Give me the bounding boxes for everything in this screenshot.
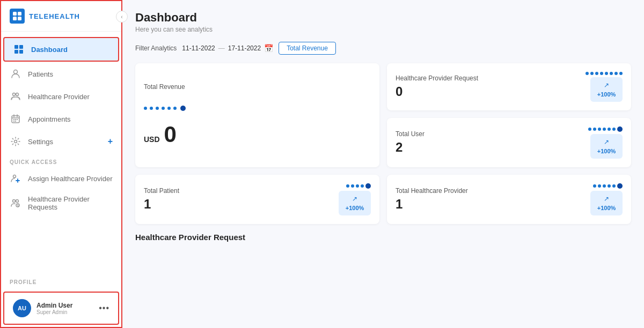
patient-trend-pct: +100% <box>346 205 364 211</box>
page-title: Dashboard <box>135 11 631 25</box>
patient-trend-box: ↗ +100% <box>339 191 371 215</box>
date-range: 11-11-2022 — 17-11-2022 📅 <box>182 44 273 53</box>
collapse-button[interactable]: ‹ <box>116 11 128 23</box>
total-patient-info: Total Patient 1 <box>144 187 331 212</box>
settings-icon <box>10 136 21 147</box>
sidebar-item-label-dashboard: Dashboard <box>31 46 109 54</box>
sidebar-item-healthcare-provider[interactable]: Healthcare Provider <box>1 85 121 108</box>
hp-request-value: 0 <box>396 84 578 99</box>
quick-access-label: QUICK ACCESS <box>1 153 121 167</box>
sidebar-nav: Dashboard Patients <box>1 32 121 273</box>
hp-request-card: Healthcare Provider Request 0 ↗ +100% <box>387 63 631 110</box>
patient-trend-icon: ↗ <box>352 195 357 203</box>
svg-rect-15 <box>13 121 14 122</box>
sidebar-item-label-assign-hp: Assign Healthcare Provider <box>28 175 113 183</box>
total-patient-value: 1 <box>144 197 331 212</box>
total-user-value: 2 <box>396 140 581 155</box>
dashboard-icon <box>13 43 25 55</box>
page-subtitle: Here you can see analytics <box>135 26 631 33</box>
total-user-chart: ↗ +100% <box>588 126 623 159</box>
sidebar-item-assign-hp[interactable]: Assign Healthcare Provider <box>1 167 121 190</box>
svg-rect-1 <box>18 12 21 16</box>
revenue-value: 0 <box>164 122 177 147</box>
svg-rect-3 <box>18 17 21 20</box>
hp-trend-pct: +100% <box>597 91 616 98</box>
hp-bottom-dots <box>593 183 623 189</box>
date-separator: — <box>218 44 225 52</box>
svg-point-20 <box>16 200 19 203</box>
hp-bottom-trend-box: ↗ +100% <box>590 191 623 215</box>
hp-request-chart: ↗ +100% <box>586 72 623 102</box>
bottom-stats-grid: Total Patient 1 ↗ +100% Total Healthcare… <box>135 175 631 224</box>
revenue-dots <box>144 106 186 111</box>
sidebar-item-label-patients: Patients <box>28 70 113 78</box>
profile-menu-button[interactable]: ••• <box>99 303 109 313</box>
section-bottom-title: Healthcare Provider Request <box>135 233 631 242</box>
user-trend-icon: ↗ <box>604 138 609 146</box>
svg-point-10 <box>16 93 19 96</box>
hp-bottom-trend-pct: +100% <box>597 205 616 211</box>
calendar-icon[interactable]: 📅 <box>264 44 273 53</box>
user-trend-pct: +100% <box>597 148 616 154</box>
filter-label: Filter Analytics <box>135 44 177 52</box>
sidebar-item-label-hp: Healthcare Provider <box>28 93 113 101</box>
patients-icon <box>10 68 21 80</box>
user-trend-box: ↗ +100% <box>590 134 623 159</box>
svg-point-17 <box>14 140 17 143</box>
revenue-prefix: USD <box>144 135 160 144</box>
svg-rect-12 <box>13 119 14 120</box>
total-hp-info: Total Healthcare Provider 1 <box>396 187 583 212</box>
svg-rect-4 <box>14 45 18 49</box>
profile-section-label: PROFILE <box>1 273 121 287</box>
svg-rect-6 <box>14 50 18 54</box>
patient-chart: ↗ +100% <box>339 183 371 215</box>
sidebar-item-patients[interactable]: Patients <box>1 63 121 85</box>
svg-point-18 <box>13 175 16 178</box>
svg-rect-13 <box>15 119 16 120</box>
date-from: 11-11-2022 <box>182 44 215 52</box>
total-revenue-card: Total Revenue USD 0 <box>135 63 379 167</box>
sidebar-logo: TELEHEALTH ‹ <box>1 1 121 32</box>
sidebar-item-label-appointments: Appointments <box>28 115 113 123</box>
total-patient-card: Total Patient 1 ↗ +100% <box>135 175 379 224</box>
sidebar-item-settings[interactable]: Settings + <box>1 130 121 153</box>
profile-info: Admin User Super Admin <box>36 302 93 315</box>
profile-name: Admin User <box>36 302 93 309</box>
svg-point-9 <box>13 93 16 96</box>
svg-rect-2 <box>13 17 17 20</box>
svg-rect-5 <box>19 45 23 49</box>
svg-point-8 <box>14 70 18 74</box>
right-stats-col: Healthcare Provider Request 0 ↗ +100% <box>387 63 631 167</box>
hp-chart: ↗ +100% <box>590 183 623 215</box>
sidebar: TELEHEALTH ‹ Dashboard <box>0 0 122 328</box>
assign-hp-icon <box>10 173 21 184</box>
healthcare-provider-icon <box>10 91 21 102</box>
svg-rect-7 <box>19 50 23 54</box>
sidebar-item-appointments[interactable]: Appointments <box>1 108 121 130</box>
total-hp-value: 1 <box>396 197 583 212</box>
avatar: AU <box>13 299 31 317</box>
svg-point-19 <box>13 200 16 203</box>
user-dots <box>588 126 623 132</box>
date-to: 17-11-2022 <box>228 44 261 52</box>
sidebar-item-hp-requests[interactable]: Healthcare Provider Requests <box>1 190 121 217</box>
hp-requests-icon <box>10 197 21 209</box>
logo-icon <box>10 9 25 24</box>
hp-request-label: Healthcare Provider Request <box>396 74 578 82</box>
total-hp-label: Total Healthcare Provider <box>396 187 583 195</box>
total-patient-label: Total Patient <box>144 187 331 195</box>
appointments-icon <box>10 113 21 125</box>
total-user-card: Total User 2 ↗ +100% <box>387 118 631 167</box>
hp-request-info: Healthcare Provider Request 0 <box>396 74 578 99</box>
svg-rect-16 <box>15 121 16 122</box>
svg-rect-0 <box>13 12 17 16</box>
sidebar-item-dashboard[interactable]: Dashboard <box>3 37 119 62</box>
filter-revenue-button[interactable]: Total Revenue <box>279 42 336 55</box>
top-stats-grid: Total Revenue USD 0 Healthcare Provider … <box>135 63 631 167</box>
filter-row: Filter Analytics 11-11-2022 — 17-11-2022… <box>135 42 631 55</box>
settings-plus-icon[interactable]: + <box>108 137 113 146</box>
hp-bottom-trend-icon: ↗ <box>604 195 609 203</box>
main-content: Dashboard Here you can see analytics Fil… <box>122 0 644 328</box>
svg-rect-14 <box>17 119 18 120</box>
revenue-value-row: USD 0 <box>144 122 177 147</box>
